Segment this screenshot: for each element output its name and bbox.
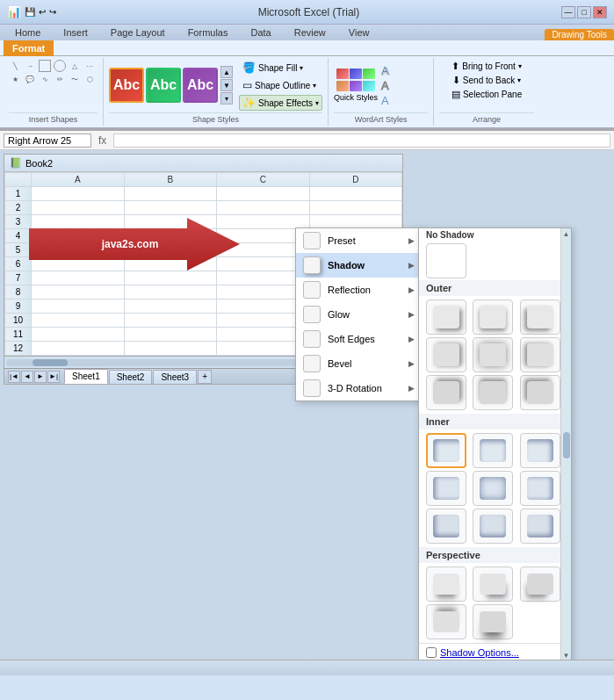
inner-shadow-2[interactable] <box>473 433 513 468</box>
scrollbar-thumb[interactable] <box>33 359 68 366</box>
fill-dropdown-arrow[interactable]: ▾ <box>300 64 303 72</box>
cell-b12[interactable] <box>124 342 217 356</box>
outer-shadow-1[interactable] <box>426 299 466 335</box>
inner-shadow-9[interactable] <box>520 509 560 544</box>
shape-star[interactable]: ★ <box>9 73 21 85</box>
quick-access-undo[interactable]: ↩ <box>39 7 46 17</box>
shadow-options-checkbox[interactable] <box>426 647 437 658</box>
cell-b1[interactable] <box>124 187 217 201</box>
cell-d1[interactable] <box>309 187 402 201</box>
send-back-arrow[interactable]: ▾ <box>517 76 521 84</box>
no-shadow-option[interactable] <box>419 240 571 280</box>
shape-callout[interactable]: 💬 <box>24 73 36 85</box>
dropdown-bevel[interactable]: Bevel ▶ <box>296 351 422 376</box>
maximize-button[interactable]: □ <box>577 6 591 18</box>
shape-line[interactable]: ╲ <box>9 60 21 72</box>
col-d[interactable]: D <box>309 173 402 187</box>
dropdown-soft-edges[interactable]: Soft Edges ▶ <box>296 327 422 351</box>
cell-a7[interactable] <box>32 271 125 285</box>
tab-home[interactable]: Home <box>4 24 52 40</box>
outer-shadow-8[interactable] <box>473 375 513 410</box>
outer-shadow-2[interactable] <box>473 299 513 335</box>
perspective-shadow-3[interactable] <box>520 566 560 602</box>
outer-shadow-3[interactable] <box>520 299 560 335</box>
cell-d2[interactable] <box>309 201 402 215</box>
sheet-nav-next[interactable]: ► <box>34 371 47 383</box>
outer-shadow-7[interactable] <box>426 375 466 410</box>
wordart-text-outline[interactable]: A <box>381 79 389 92</box>
styles-arrow-up[interactable]: ▲ <box>220 66 233 78</box>
cell-a11[interactable] <box>32 328 125 342</box>
arrow-body[interactable]: java2s.com <box>29 218 240 271</box>
cell-a1[interactable] <box>32 187 125 201</box>
cell-a8[interactable] <box>32 285 125 299</box>
perspective-shadow-4[interactable] <box>426 604 466 639</box>
perspective-shadow-1[interactable] <box>426 566 466 602</box>
shape-effects-btn[interactable]: ✨ Shape Effects ▾ <box>239 95 322 111</box>
inner-shadow-8[interactable] <box>473 509 513 544</box>
sheet-nav-first[interactable]: |◄ <box>8 371 20 383</box>
bring-front-arrow[interactable]: ▾ <box>518 62 522 70</box>
cell-b9[interactable] <box>124 299 217 314</box>
shape-rect[interactable] <box>39 60 51 72</box>
tab-page-layout[interactable]: Page Layout <box>99 24 177 40</box>
tab-format[interactable]: Format <box>4 40 54 56</box>
abc-style-3[interactable]: Abc <box>183 68 218 103</box>
cell-a12[interactable] <box>32 342 125 356</box>
tab-view[interactable]: View <box>337 24 381 40</box>
formula-input[interactable] <box>113 134 610 148</box>
outer-shadow-4[interactable] <box>426 337 466 372</box>
outline-dropdown-arrow[interactable]: ▾ <box>313 82 316 90</box>
outer-shadow-9[interactable] <box>520 375 560 410</box>
col-b[interactable]: B <box>124 173 217 187</box>
selection-pane-btn[interactable]: ▤ Selection Pane <box>449 88 524 101</box>
cell-a10[interactable] <box>32 314 125 328</box>
outer-shadow-5[interactable] <box>473 337 513 372</box>
shape-scribble[interactable]: 〜 <box>69 73 81 85</box>
quick-access-redo[interactable]: ↪ <box>49 7 56 17</box>
wordart-text-fill[interactable]: A <box>381 64 389 77</box>
quick-access-save[interactable]: 💾 <box>25 7 35 17</box>
shape-outline-btn[interactable]: ▭ Shape Outline ▾ <box>239 77 322 93</box>
inner-shadow-1[interactable] <box>426 433 466 468</box>
shadow-options-footer[interactable]: Shadow Options... <box>419 643 571 660</box>
cell-b10[interactable] <box>124 314 217 328</box>
shape-fill-btn[interactable]: 🪣 Shape Fill ▾ <box>239 60 322 76</box>
cell-b2[interactable] <box>124 201 217 215</box>
shape-arrow-right[interactable]: → <box>24 60 36 72</box>
vertical-scrollbar[interactable]: ▲ ▼ <box>560 228 571 660</box>
sheet-tab-2[interactable]: Sheet2 <box>109 370 153 384</box>
minimize-button[interactable]: — <box>561 6 575 18</box>
tab-data[interactable]: Data <box>239 24 282 40</box>
tab-insert[interactable]: Insert <box>52 24 99 40</box>
inner-shadow-5[interactable] <box>473 471 513 506</box>
scroll-down-arrow[interactable]: ▼ <box>563 652 570 660</box>
drawing-tools-tab[interactable]: Drawing Tools <box>545 29 614 40</box>
styles-arrow-down[interactable]: ▼ <box>220 79 233 91</box>
perspective-shadow-5[interactable] <box>473 604 513 639</box>
sheet-tab-1[interactable]: Sheet1 <box>64 369 108 384</box>
sheet-tab-3[interactable]: Sheet3 <box>153 370 197 384</box>
inner-shadow-7[interactable] <box>426 509 466 544</box>
col-a[interactable]: A <box>32 173 125 187</box>
cell-c2[interactable] <box>217 201 310 215</box>
close-button[interactable]: ✕ <box>593 6 607 18</box>
shape-oval[interactable] <box>54 60 66 72</box>
wordart-text-effects[interactable]: A <box>381 94 389 107</box>
inner-shadow-3[interactable] <box>520 433 560 468</box>
abc-style-2[interactable]: Abc <box>146 68 181 103</box>
no-shadow-box[interactable] <box>426 243 466 278</box>
styles-dropdown[interactable]: ▾ <box>220 92 233 105</box>
scroll-up-arrow[interactable]: ▲ <box>563 230 570 238</box>
dropdown-shadow[interactable]: Shadow ▶ <box>296 253 422 278</box>
arrow-shape[interactable]: java2s.com <box>29 218 240 271</box>
sheet-nav-prev[interactable]: ◄ <box>21 371 33 383</box>
cell-b7[interactable] <box>124 271 217 285</box>
outer-shadow-6[interactable] <box>520 337 560 372</box>
bring-to-front-btn[interactable]: ⬆ Bring to Front ▾ <box>449 60 524 73</box>
effects-dropdown-arrow[interactable]: ▾ <box>315 99 319 107</box>
name-box[interactable] <box>4 134 91 148</box>
abc-style-1[interactable]: Abc <box>109 68 144 103</box>
send-to-back-btn[interactable]: ⬇ Send to Back ▾ <box>450 74 524 87</box>
shape-freeform[interactable]: ✏ <box>54 73 66 85</box>
